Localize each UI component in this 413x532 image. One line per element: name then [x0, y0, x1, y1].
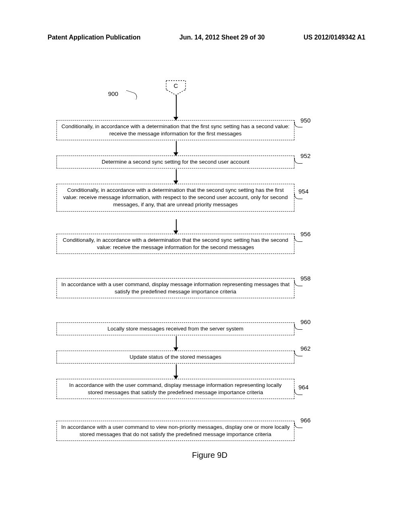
- step-966-text: In accordance with a user command to vie…: [61, 424, 290, 437]
- ref-curve-icon: [294, 236, 302, 242]
- step-954-text: Conditionally, in accordance with a dete…: [63, 187, 288, 208]
- offpage-connector-c: C C: [166, 81, 186, 94]
- reference-900-label: 900: [108, 90, 118, 97]
- header-left: Patent Application Publication: [48, 34, 141, 41]
- ref-curve-icon: [294, 281, 302, 286]
- ref-curve-icon: [294, 389, 302, 395]
- step-960-text: Locally store messages received from the…: [108, 326, 244, 332]
- step-966: In accordance with a user command to vie…: [56, 421, 294, 441]
- ref-curve-icon: [294, 193, 302, 199]
- header-right: US 2012/0149342 A1: [304, 34, 365, 41]
- step-952: Determine a second sync setting for the …: [56, 156, 294, 168]
- step-950: Conditionally, in accordance with a dete…: [56, 120, 294, 140]
- step-958-text: In accordance with a user command, displ…: [61, 281, 290, 295]
- step-958: In accordance with a user command, displ…: [56, 278, 294, 298]
- ref-curve-icon: [294, 351, 302, 356]
- step-952-text: Determine a second sync setting for the …: [102, 159, 249, 165]
- header-center: Jun. 14, 2012 Sheet 29 of 30: [179, 34, 265, 41]
- step-954: Conditionally, in accordance with a dete…: [56, 184, 294, 212]
- ref-curve-icon: [294, 158, 302, 164]
- ref-curve-icon: [294, 324, 302, 330]
- step-962-text: Update status of the stored messages: [129, 354, 221, 360]
- flow-line: [176, 95, 177, 119]
- step-960: Locally store messages received from the…: [56, 322, 294, 335]
- step-950-text: Conditionally, in accordance with a dete…: [61, 123, 290, 137]
- step-956-text: Conditionally, in accordance with a dete…: [63, 237, 288, 250]
- step-964: In accordance with the user command, dis…: [56, 379, 294, 399]
- page-header: Patent Application Publication Jun. 14, …: [0, 0, 413, 41]
- ref-curve-icon: [294, 122, 302, 127]
- reference-900: 900: [108, 90, 118, 97]
- step-956: Conditionally, in accordance with a dete…: [56, 234, 294, 254]
- step-964-text: In accordance with the user command, dis…: [69, 382, 282, 395]
- ref-curve-icon: [294, 422, 302, 428]
- svg-text:C: C: [174, 82, 178, 89]
- step-962: Update status of the stored messages: [56, 351, 294, 364]
- connector-c-outline: C: [166, 81, 186, 96]
- figure-title: Figure 9D: [56, 451, 363, 460]
